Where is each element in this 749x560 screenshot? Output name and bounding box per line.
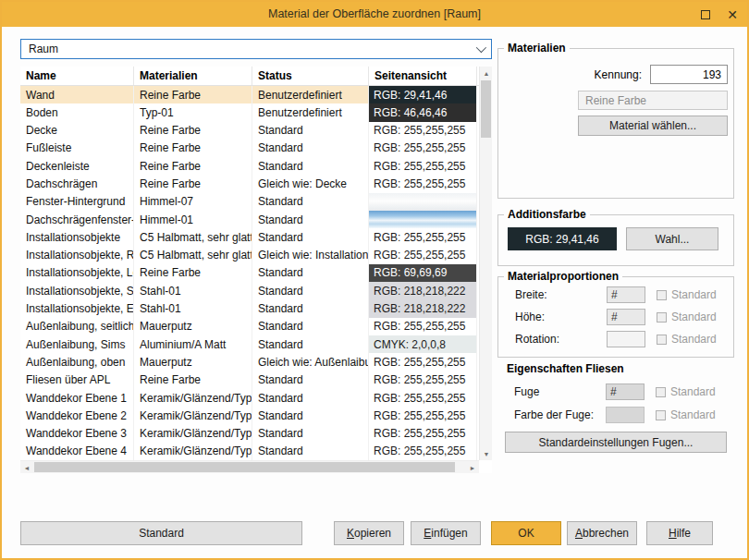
table-row[interactable]: Fenster-HintergrundHimmel-07Standard <box>20 193 479 211</box>
table-row[interactable]: DachschrägenReine FarbeGleich wie: Decke… <box>20 175 479 192</box>
preview-swatch: RGB: 255,255,255 <box>369 157 476 175</box>
hilfe-button[interactable]: Hilfe <box>646 521 713 545</box>
preview-swatch: RGB: 255,255,255 <box>369 175 476 192</box>
preview-swatch: RGB: 218,218,222 <box>369 282 476 299</box>
einfuegen-button[interactable]: Einfügen <box>411 521 481 545</box>
material-name-field: Reine Farbe <box>578 91 728 110</box>
vertical-scroll-thumb[interactable] <box>481 80 491 138</box>
table-row[interactable]: Wanddekor Ebene 1Keramik/Glänzend/Typ-0S… <box>20 389 479 407</box>
chevron-down-icon <box>476 43 486 53</box>
preview-swatch: RGB: 255,255,255 <box>369 247 476 264</box>
table-row[interactable]: Dachschrägenfenster-HinHimmel-01Standard <box>20 211 479 228</box>
hoehe-standard-label: Standard <box>671 310 717 323</box>
materialproportionen-group-label: Materialproportionen <box>504 270 622 283</box>
rotation-standard-checkbox[interactable] <box>657 335 667 345</box>
fugenfarbe-standard-checkbox[interactable] <box>656 410 666 420</box>
table-row[interactable]: Außenlaibung, seitlichMauerputzStandardR… <box>20 318 479 335</box>
material-waehlen-button[interactable]: Material wählen... <box>578 116 728 136</box>
window-controls: ✕ <box>701 2 738 27</box>
preview-swatch: RGB: 255,255,255 <box>369 443 476 460</box>
rotation-label: Rotation: <box>498 333 607 346</box>
table-row[interactable]: Außenlaibung, SimsAluminium/A MattStanda… <box>20 335 479 353</box>
horizontal-scrollbar[interactable]: ◄ ► <box>20 460 479 473</box>
table-row[interactable]: WandReine FarbeBenutzerdefiniertRGB: 29,… <box>20 86 479 103</box>
additionsfarbe-group-label: Additionsfarbe <box>504 208 590 221</box>
preview-swatch: RGB: 255,255,255 <box>369 318 476 335</box>
preview-swatch: RGB: 29,41,46 <box>369 86 476 103</box>
table-row[interactable]: BodenTyp-01BenutzerdefiniertRGB: 46,46,4… <box>20 103 479 121</box>
material-dialog: Material der Oberfläche zuordnen [Raum] … <box>0 0 749 560</box>
combobox-value: Raum <box>29 43 58 55</box>
fuge-input[interactable]: # <box>606 383 645 400</box>
table-row[interactable]: InstallationsobjekteC5 Halbmatt, sehr gl… <box>20 228 479 246</box>
ok-button[interactable]: OK <box>491 521 561 545</box>
table-row[interactable]: Installationsobjekte, LocReine FarbeStan… <box>20 264 479 282</box>
materialien-group-label: Materialien <box>504 42 570 55</box>
close-icon[interactable]: ✕ <box>727 8 738 21</box>
breite-standard-label: Standard <box>671 288 717 301</box>
hoehe-label: Höhe: <box>498 310 607 323</box>
preview-swatch: RGB: 255,255,255 <box>369 407 476 424</box>
table-row[interactable]: Wanddekor Ebene 2Keramik/Glänzend/Typ-0S… <box>20 407 479 424</box>
breite-input[interactable]: # <box>607 286 645 303</box>
rotation-standard-label: Standard <box>671 333 717 346</box>
table-row[interactable]: Wanddekor Ebene 3Keramik/Glänzend/Typ-0S… <box>20 425 479 443</box>
preview-swatch <box>369 193 476 211</box>
table-row[interactable]: Wanddekor Ebene 4Keramik/Glänzend/Typ-0S… <box>20 443 479 460</box>
column-header-seitenansicht[interactable]: Seitenansicht <box>369 67 477 85</box>
table-row[interactable]: DeckenleisteReine FarbeStandardRGB: 255,… <box>20 157 479 175</box>
preview-swatch: RGB: 255,255,255 <box>369 122 476 140</box>
additionsfarbe-swatch: RGB: 29,41,46 <box>508 227 617 250</box>
abbrechen-button[interactable]: Abbrechen <box>567 521 637 545</box>
materialproportionen-group: Materialproportionen Breite: # Standard … <box>497 276 734 358</box>
fuge-standard-checkbox[interactable] <box>656 387 666 397</box>
table-row[interactable]: Installationsobjekte, ErdStahl-01Standar… <box>20 300 479 318</box>
vertical-scrollbar[interactable]: ▲ ▼ <box>479 67 492 460</box>
hoehe-row: Höhe: # Standard <box>498 309 733 325</box>
column-header-materialien[interactable]: Materialien <box>134 67 252 85</box>
scroll-up-icon[interactable]: ▲ <box>480 67 493 79</box>
window-title: Material der Oberfläche zuordnen [Raum] <box>2 2 747 27</box>
preview-swatch: RGB: 218,218,222 <box>369 300 476 318</box>
breite-standard-checkbox[interactable] <box>657 290 667 300</box>
table-row[interactable]: Installationsobjekte, RahC5 Halbmatt, se… <box>20 247 479 264</box>
hoehe-standard-checkbox[interactable] <box>657 312 667 323</box>
hoehe-input[interactable]: # <box>607 309 645 325</box>
kennung-label: Kennung: <box>595 68 642 81</box>
breite-row: Breite: # Standard <box>498 286 733 303</box>
preview-swatch: RGB: 255,255,255 <box>369 228 476 246</box>
table-row[interactable]: Außenlaibung, obenMauerputzGleich wie: A… <box>20 353 479 371</box>
fugenfarbe-swatch[interactable] <box>606 407 645 423</box>
maximize-icon[interactable] <box>701 10 710 19</box>
standardeinstellungen-fugen-button[interactable]: Standardeinstellungen Fugen... <box>505 432 727 453</box>
fliesen-section-label: Eigenschaften Fliesen <box>507 362 624 375</box>
table-header: Name Materialien Status Seitenansicht <box>20 67 479 86</box>
scroll-left-icon[interactable]: ◄ <box>20 461 33 474</box>
wahl-button[interactable]: Wahl... <box>626 227 718 250</box>
preview-swatch: RGB: 46,46,46 <box>369 103 476 121</box>
horizontal-scroll-thumb[interactable] <box>34 462 455 472</box>
preview-swatch: RGB: 255,255,255 <box>369 389 476 407</box>
table-row[interactable]: Fliesen über APLReine FarbeStandardRGB: … <box>20 371 479 389</box>
column-header-status[interactable]: Status <box>252 67 369 85</box>
rotation-row: Rotation: Standard <box>498 331 733 347</box>
table-body: WandReine FarbeBenutzerdefiniertRGB: 29,… <box>20 86 479 460</box>
scroll-down-icon[interactable]: ▼ <box>480 447 493 460</box>
kennung-input[interactable]: 193 <box>650 65 728 84</box>
standard-button[interactable]: Standard <box>20 521 302 545</box>
preview-swatch: RGB: 255,255,255 <box>369 140 476 157</box>
kopieren-button[interactable]: Kopieren <box>334 521 404 545</box>
rotation-input[interactable] <box>607 331 645 347</box>
table-row[interactable]: Installationsobjekte, SchStahl-01Standar… <box>20 282 479 299</box>
table-row[interactable]: FußleisteReine FarbeStandardRGB: 255,255… <box>20 140 479 157</box>
breite-label: Breite: <box>498 288 607 301</box>
preview-swatch: CMYK: 2,0,0,8 <box>369 335 476 353</box>
additionsfarbe-group: Additionsfarbe RGB: 29,41,46 Wahl... <box>497 214 734 266</box>
room-combobox[interactable]: Raum <box>20 39 492 59</box>
table-row[interactable]: DeckeReine FarbeStandardRGB: 255,255,255 <box>20 122 479 140</box>
material-table: Name Materialien Status Seitenansicht Wa… <box>20 67 492 473</box>
scroll-right-icon[interactable]: ► <box>466 461 479 474</box>
preview-swatch <box>369 211 476 228</box>
column-header-name[interactable]: Name <box>20 67 134 85</box>
fugenfarbe-row: Farbe der Fuge: Standard <box>497 407 734 423</box>
